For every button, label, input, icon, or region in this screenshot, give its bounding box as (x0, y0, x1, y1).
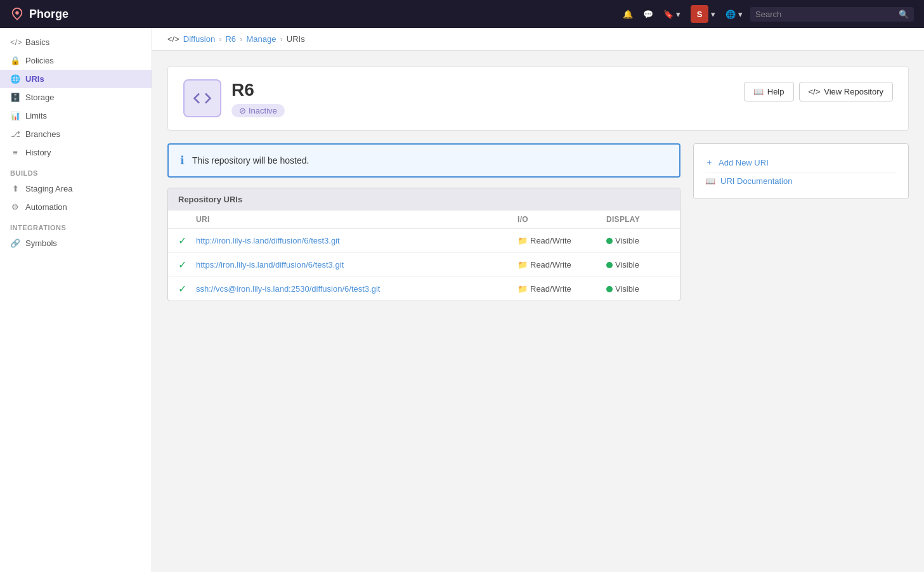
bookmarks-button[interactable]: 🔖 ▾ (661, 7, 683, 22)
uri-link[interactable]: https://iron.lily-is.land/diffusion/6/te… (196, 260, 517, 270)
visible-icon (606, 262, 613, 268)
breadcrumb-diffusion[interactable]: Diffusion (183, 34, 215, 44)
table-row: ✓ https://iron.lily-is.land/diffusion/6/… (168, 253, 680, 277)
breadcrumb-uris: URIs (287, 34, 305, 44)
bell-icon: 🔔 (623, 10, 633, 19)
check-icon: ✓ (178, 235, 196, 247)
uri-table: Repository URIs URI I/O Display ✓ http:/… (167, 188, 680, 301)
globe-icon: 🌐 (726, 10, 736, 19)
plus-icon: ＋ (705, 157, 713, 168)
repo-header: R6 ⊘ Inactive 📖 Help </> View Repos (167, 66, 909, 131)
notifications-button[interactable]: 🔔 (620, 7, 635, 22)
sidebar-item-staging-area[interactable]: ⬆ Staging Area (0, 179, 152, 198)
uri-display: Visible (606, 236, 670, 245)
top-navigation: Phorge 🔔 💬 🔖 ▾ S ▾ 🌐 ▾ 🔍 (0, 0, 924, 28)
branch-icon: ⎇ (10, 129, 20, 139)
sidebar-item-history[interactable]: ≡ History (0, 143, 152, 162)
repo-info: R6 ⊘ Inactive (231, 80, 285, 117)
uri-table-columns: URI I/O Display (168, 211, 680, 229)
uri-documentation-link[interactable]: 📖 URI Documentation (705, 172, 897, 190)
uri-io: 📁 Read/Write (517, 284, 606, 294)
book-icon: 📖 (753, 87, 764, 96)
side-panel: ＋ Add New URI 📖 URI Documentation (693, 143, 909, 199)
sidebar-item-uris[interactable]: 🌐 URIs (0, 70, 152, 88)
side-column: ＋ Add New URI 📖 URI Documentation (693, 143, 909, 199)
globe-menu-button[interactable]: 🌐 ▾ (723, 7, 745, 22)
info-box: ℹ This repository will be hosted. (167, 143, 680, 178)
chat-icon: 💬 (643, 10, 653, 19)
uri-display: Visible (606, 260, 670, 270)
breadcrumb-sep: › (219, 34, 221, 44)
check-icon: ✓ (178, 259, 196, 271)
repo-icon (183, 79, 221, 117)
chevron-down-icon: ▾ (738, 10, 743, 19)
main-column: ℹ This repository will be hosted. Reposi… (167, 143, 680, 301)
bookmark-icon: 🔖 (663, 10, 673, 19)
sidebar-item-automation[interactable]: ⚙ Automation (0, 198, 152, 216)
info-message: This repository will be hosted. (192, 155, 309, 166)
lock-icon: 🔒 (10, 56, 20, 65)
ban-icon: ⊘ (239, 106, 246, 115)
repo-name: R6 (231, 80, 285, 100)
avatar: S (691, 5, 708, 23)
uri-display: Visible (606, 284, 670, 294)
svg-point-0 (15, 11, 19, 15)
history-icon: ≡ (10, 148, 20, 157)
sidebar-item-symbols[interactable]: 🔗 Symbols (0, 234, 152, 252)
sidebar: </> Basics 🔒 Policies 🌐 URIs 🗄️ Storage … (0, 28, 152, 572)
bar-chart-icon: 📊 (10, 111, 20, 120)
search-icon: 🔍 (899, 10, 909, 19)
table-row: ✓ ssh://vcs@iron.lily-is.land:2530/diffu… (168, 277, 680, 301)
automation-icon: ⚙ (10, 202, 20, 212)
check-icon: ✓ (178, 283, 196, 295)
status-badge: ⊘ Inactive (231, 104, 285, 117)
link-icon: 🔗 (10, 238, 20, 248)
breadcrumb-r6[interactable]: R6 (225, 34, 236, 44)
code-icon: </> (809, 87, 821, 96)
breadcrumb: </> Diffusion › R6 › Manage › URIs (152, 28, 924, 51)
globe-icon: 🌐 (10, 74, 20, 84)
code-icon: </> (10, 37, 20, 47)
staging-icon: ⬆ (10, 184, 20, 193)
sidebar-item-limits[interactable]: 📊 Limits (0, 107, 152, 125)
user-menu-button[interactable]: S ▾ (688, 3, 718, 25)
sidebar-section-integrations: INTEGRATIONS (0, 216, 152, 234)
info-icon: ℹ (180, 153, 185, 167)
breadcrumb-sep-3: › (280, 34, 282, 44)
search-input[interactable] (755, 10, 895, 19)
two-col-layout: ℹ This repository will be hosted. Reposi… (167, 143, 909, 301)
table-row: ✓ http://iron.lily-is.land/diffusion/6/t… (168, 229, 680, 253)
app-logo[interactable]: Phorge (10, 7, 68, 21)
main-content: </> Diffusion › R6 › Manage › URIs (152, 28, 924, 572)
search-bar: 🔍 (750, 7, 914, 22)
page-content: R6 ⊘ Inactive 📖 Help </> View Repos (152, 51, 924, 316)
help-button[interactable]: 📖 Help (744, 82, 794, 101)
code-icon: </> (167, 34, 179, 44)
add-new-uri-button[interactable]: ＋ Add New URI (705, 153, 897, 172)
visible-icon (606, 238, 613, 244)
sidebar-item-branches[interactable]: ⎇ Branches (0, 125, 152, 143)
view-repository-button[interactable]: </> View Repository (799, 82, 894, 101)
book-icon: 📖 (705, 176, 715, 186)
chevron-down-icon: ▾ (676, 10, 680, 19)
sidebar-section-builds: BUILDS (0, 162, 152, 179)
repo-header-right: 📖 Help </> View Repository (744, 82, 893, 101)
topnav-icons: 🔔 💬 🔖 ▾ S ▾ 🌐 ▾ 🔍 (620, 3, 914, 25)
uri-link[interactable]: http://iron.lily-is.land/diffusion/6/tes… (196, 236, 517, 245)
uri-link[interactable]: ssh://vcs@iron.lily-is.land:2530/diffusi… (196, 284, 517, 294)
sidebar-item-policies[interactable]: 🔒 Policies (0, 51, 152, 70)
sidebar-item-storage[interactable]: 🗄️ Storage (0, 88, 152, 107)
folder-icon: 📁 (517, 284, 528, 294)
chevron-down-icon: ▾ (711, 10, 715, 19)
storage-icon: 🗄️ (10, 93, 20, 102)
visible-icon (606, 286, 613, 292)
uri-io: 📁 Read/Write (517, 236, 606, 245)
sidebar-item-basics[interactable]: </> Basics (0, 33, 152, 51)
uri-table-header: Repository URIs (168, 188, 680, 211)
messages-button[interactable]: 💬 (641, 7, 656, 22)
breadcrumb-manage[interactable]: Manage (246, 34, 276, 44)
uri-io: 📁 Read/Write (517, 260, 606, 270)
breadcrumb-sep-2: › (240, 34, 242, 44)
folder-icon: 📁 (517, 260, 528, 270)
repo-header-left: R6 ⊘ Inactive (183, 79, 285, 117)
